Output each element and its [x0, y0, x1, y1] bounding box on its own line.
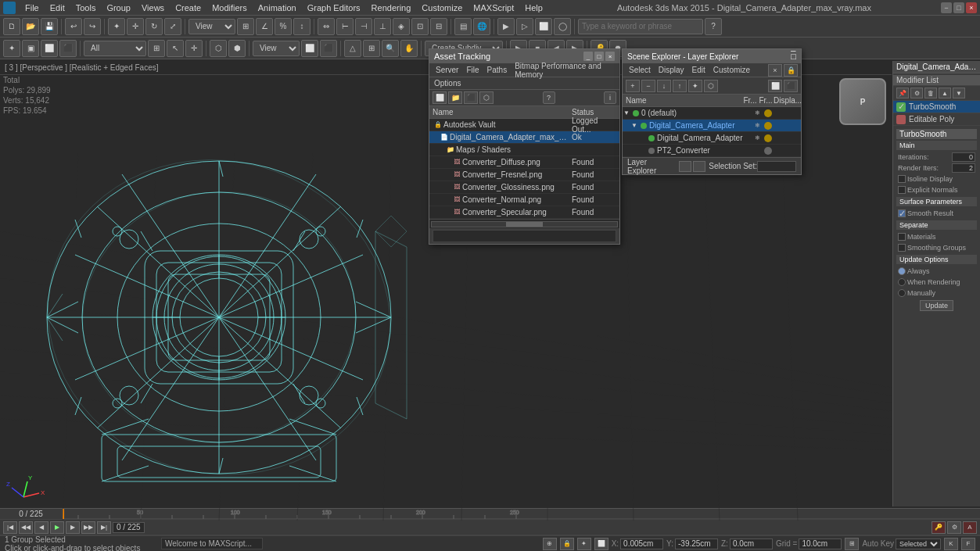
at-scrollbar[interactable] — [429, 219, 619, 228]
se-expand-dca-layer[interactable]: ▼ — [630, 122, 638, 129]
se-render-dca-obj[interactable] — [763, 134, 774, 142]
next-frame-control-button[interactable]: ▶ — [66, 521, 80, 534]
rp-move-down-button[interactable]: ▼ — [953, 88, 965, 98]
menu-maxscript[interactable]: MAXScript — [468, 0, 519, 15]
at-row-maxfile[interactable]: 📄 Digital_Camera_Adapter_max_vray.max Ok — [429, 131, 619, 144]
percent-snap-button[interactable]: % — [275, 18, 292, 35]
nav-cube[interactable]: P — [839, 78, 886, 125]
autokey-dropdown[interactable]: Selected — [896, 538, 941, 549]
crossing-button[interactable]: ⬛ — [59, 40, 77, 57]
menu-rendering[interactable]: Rendering — [367, 0, 416, 15]
rp-surface-title[interactable]: Surface Parameters — [896, 197, 977, 206]
move-button[interactable]: ✛ — [127, 18, 144, 35]
rp-move-up-button[interactable]: ▲ — [939, 88, 951, 98]
rp-isoline-checkbox[interactable] — [898, 175, 906, 183]
at-row-fresnel[interactable]: 🖼 Converter_Fresnel.png Found — [429, 169, 619, 181]
se-delete-layer-button[interactable]: − — [641, 80, 655, 92]
coord-icon-1[interactable]: ⊕ — [543, 538, 557, 550]
at-info-button[interactable]: i — [604, 91, 616, 104]
se-remove-from-layer-button[interactable]: ↑ — [673, 80, 687, 92]
maximize-button[interactable]: □ — [953, 2, 964, 13]
new-file-button[interactable]: 🗋 — [3, 18, 20, 35]
se-vis-dca-obj[interactable] — [646, 133, 657, 144]
y-value[interactable]: -39.25cm — [675, 538, 718, 549]
z-value[interactable]: 0.0cm — [730, 538, 773, 549]
select-region-button[interactable]: ⬜ — [41, 40, 58, 57]
se-row-default[interactable]: ▼ 0 (default) ❄ — [623, 107, 801, 120]
at-row-normal[interactable]: 🖼 Converter_Normal.png Found — [429, 194, 619, 206]
maxscript-mini[interactable]: Welcome to MAXScript... — [161, 538, 263, 549]
help-search-button[interactable]: ? — [705, 18, 722, 35]
rp-when-rendering-radio[interactable] — [898, 278, 906, 286]
se-freeze-dca-obj[interactable]: ❄ — [752, 134, 763, 141]
se-row-dca-layer[interactable]: ▼ Digital_Camera_Adapter ❄ — [623, 120, 801, 132]
grid-button[interactable]: ⊞ — [363, 40, 380, 57]
scale-button[interactable]: ⤢ — [164, 18, 181, 35]
key-filters-btn[interactable]: F — [961, 538, 975, 550]
select-move-button[interactable]: ✛ — [185, 40, 203, 57]
rotate-button[interactable]: ↻ — [145, 18, 163, 35]
menu-customize[interactable]: Customize — [417, 0, 467, 15]
menu-views[interactable]: Views — [137, 0, 169, 15]
undo-button[interactable]: ↩ — [65, 18, 82, 35]
menu-help[interactable]: Help — [520, 0, 547, 15]
se-vis-dca-layer[interactable] — [638, 120, 649, 131]
active-shade-button[interactable]: ◯ — [554, 18, 571, 35]
se-render-ptz[interactable] — [763, 147, 774, 155]
nav-cube-face[interactable]: P — [839, 78, 886, 125]
prev-frame-control-button[interactable]: ◀ — [34, 521, 48, 534]
at-close-button[interactable]: × — [605, 52, 615, 61]
rp-main-title[interactable]: Main — [896, 141, 977, 150]
se-vis-ptz[interactable] — [646, 145, 657, 156]
se-tb-btn-extra2[interactable]: ⬛ — [784, 80, 798, 92]
place-highlight-button[interactable]: ◈ — [393, 18, 410, 35]
menu-animation[interactable]: Animation — [253, 0, 301, 15]
menu-file[interactable]: File — [20, 0, 44, 15]
rp-iterations-input[interactable] — [952, 152, 975, 162]
coord-icon-4[interactable]: ⬜ — [594, 538, 608, 550]
modifier-turbosmooth[interactable]: ✓ TurboSmooth — [893, 101, 980, 113]
se-highlight-button[interactable]: ⬡ — [704, 80, 718, 92]
auto-key-button[interactable]: A — [963, 521, 977, 534]
at-tb-btn-4[interactable]: ⬡ — [479, 91, 494, 104]
se-footer-btn-1[interactable] — [679, 161, 691, 172]
close-button[interactable]: × — [966, 2, 977, 13]
filter-type-button[interactable]: ⊞ — [148, 40, 165, 57]
set-key-btn[interactable]: K — [944, 538, 958, 550]
at-menu-file[interactable]: File — [463, 66, 482, 74]
rp-manually-radio[interactable] — [898, 289, 906, 297]
scene-explorer-button[interactable]: 🌐 — [473, 18, 490, 35]
select-button[interactable]: ✦ — [108, 18, 125, 35]
coord-icon-2[interactable]: 🔒 — [560, 538, 574, 550]
render-setup-button[interactable]: ▶ — [497, 18, 515, 35]
angle-snap-button[interactable]: ∠ — [256, 18, 273, 35]
select-filter-button[interactable]: ✦ — [3, 40, 20, 57]
se-freeze-dca-layer[interactable]: ❄ — [752, 122, 763, 129]
se-row-dca-obj[interactable]: Digital_Camera_Adapter ❄ — [623, 132, 801, 145]
rp-config-button[interactable]: ⚙ — [910, 88, 923, 98]
at-scrollbar-thumb[interactable] — [506, 222, 543, 227]
rp-update-button[interactable]: Update — [920, 300, 953, 311]
rp-explicit-normals-checkbox[interactable] — [898, 186, 906, 194]
menu-graph-editors[interactable]: Graph Editors — [303, 0, 365, 15]
at-tb-btn-1[interactable]: ⬜ — [433, 91, 447, 104]
se-menu-select[interactable]: Select — [626, 66, 654, 74]
layer-manager-button[interactable]: ▤ — [454, 18, 472, 35]
rp-always-radio[interactable] — [898, 267, 906, 275]
zoom-button[interactable]: 🔍 — [382, 40, 399, 57]
select-by-name-button[interactable]: ▣ — [22, 40, 39, 57]
se-selection-set-input[interactable] — [757, 161, 796, 172]
menu-create[interactable]: Create — [171, 0, 206, 15]
viewport-two-button[interactable]: ⬛ — [320, 40, 337, 57]
go-end-button[interactable]: ▶| — [97, 521, 111, 534]
at-menu-bitmap[interactable]: Bitmap Performance and Memory — [512, 62, 616, 79]
add-time-tag-button[interactable]: ⊞ — [845, 538, 859, 550]
smart-select-button[interactable]: ⬡ — [210, 40, 227, 57]
se-expand-default[interactable]: ▼ — [623, 109, 630, 116]
menu-modifiers[interactable]: Modifiers — [207, 0, 252, 15]
scene-explorer-titlebar[interactable]: Scene Explorer - Layer Explorer _ □ × — [623, 49, 801, 63]
at-row-specular[interactable]: 🖼 Converter_Specular.png Found — [429, 206, 619, 219]
at-row-diffuse[interactable]: 🖼 Converter_Diffuse.png Found — [429, 156, 619, 169]
menu-tools[interactable]: Tools — [71, 0, 101, 15]
coord-icon-3[interactable]: ✦ — [577, 538, 591, 550]
